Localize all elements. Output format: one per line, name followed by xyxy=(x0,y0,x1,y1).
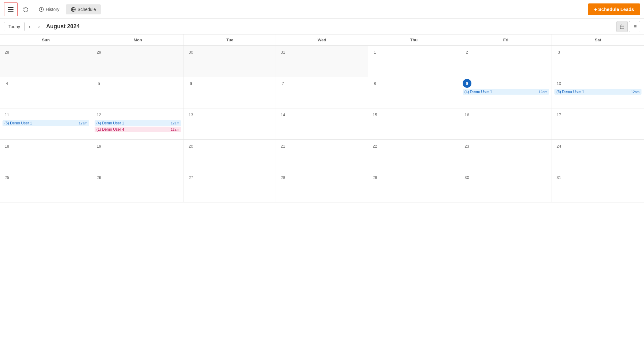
menu-icon xyxy=(8,7,13,12)
day-number: 17 xyxy=(554,110,563,119)
day-number: 16 xyxy=(463,110,471,119)
calendar-cell[interactable]: 8 xyxy=(368,77,460,108)
calendar-cell[interactable]: 2 xyxy=(460,46,552,77)
day-number: 30 xyxy=(463,173,471,182)
calendar-cell[interactable]: 27 xyxy=(184,171,276,202)
calendar-cell[interactable]: 18 xyxy=(0,140,92,171)
calendar-cell[interactable]: 4 xyxy=(0,77,92,108)
calendar-cell[interactable]: 21 xyxy=(276,140,368,171)
day-number: 19 xyxy=(95,142,103,150)
day-number: 11 xyxy=(3,110,11,119)
refresh-button[interactable] xyxy=(20,4,31,15)
calendar-cell[interactable]: 6 xyxy=(184,77,276,108)
calendar-cell[interactable]: 17 xyxy=(552,108,644,140)
calendar-cell[interactable]: 3 xyxy=(552,46,644,77)
month-title: August 2024 xyxy=(46,23,80,30)
calendar-event[interactable]: (1) Demo User 412am xyxy=(95,127,181,132)
calendar-event[interactable]: (6) Demo User 112am xyxy=(554,89,641,95)
calendar-cell[interactable]: 30 xyxy=(184,46,276,77)
day-header-wed: Wed xyxy=(276,34,368,45)
prev-month-button[interactable]: ‹ xyxy=(25,22,34,31)
calendar-cell[interactable]: 28 xyxy=(0,46,92,77)
calendar-cell[interactable]: 31 xyxy=(552,171,644,202)
calendar-cell[interactable]: 13 xyxy=(184,108,276,140)
day-header-thu: Thu xyxy=(368,34,460,45)
chevron-right-icon: › xyxy=(38,24,40,29)
day-number: 30 xyxy=(186,48,195,56)
day-number: 28 xyxy=(3,48,11,56)
day-number: 10 xyxy=(554,79,563,88)
day-headers: SunMonTueWedThuFriSat xyxy=(0,34,644,46)
calendar-event[interactable]: (4) Demo User 112am xyxy=(463,89,549,95)
event-time: 12am xyxy=(171,121,179,125)
calendar-grid: 28293031123456789(4) Demo User 112am10(6… xyxy=(0,46,644,202)
day-number: 21 xyxy=(278,142,287,150)
calendar-cell[interactable]: 23 xyxy=(460,140,552,171)
calendar-cell[interactable]: 5 xyxy=(92,77,184,108)
schedule-leads-button[interactable]: + Schedule Leads xyxy=(588,3,640,15)
calendar-event[interactable]: (5) Demo User 112am xyxy=(3,120,89,126)
day-number: 1 xyxy=(371,48,379,56)
calendar-view-button[interactable] xyxy=(616,21,628,32)
nav-tabs: History Schedule xyxy=(34,4,101,14)
chevron-left-icon: ‹ xyxy=(29,24,30,29)
calendar-cell[interactable]: 28 xyxy=(276,171,368,202)
calendar-cell[interactable]: 9(4) Demo User 112am xyxy=(460,77,552,108)
calendar-cell[interactable]: 19 xyxy=(92,140,184,171)
day-header-fri: Fri xyxy=(460,34,552,45)
calendar-cell[interactable]: 16 xyxy=(460,108,552,140)
day-number: 23 xyxy=(463,142,471,150)
day-header-sat: Sat xyxy=(552,34,644,45)
calendar-cell[interactable]: 14 xyxy=(276,108,368,140)
day-number: 5 xyxy=(95,79,103,88)
day-number: 25 xyxy=(3,173,11,182)
refresh-icon xyxy=(23,7,29,12)
calendar-cell[interactable]: 1 xyxy=(368,46,460,77)
calendar-cell[interactable]: 25 xyxy=(0,171,92,202)
calendar-cell[interactable]: 7 xyxy=(276,77,368,108)
day-header-sun: Sun xyxy=(0,34,92,45)
calendar-cell[interactable]: 20 xyxy=(184,140,276,171)
calendar-cell[interactable]: 24 xyxy=(552,140,644,171)
calendar-icon xyxy=(620,24,625,29)
calendar-cell[interactable]: 26 xyxy=(92,171,184,202)
day-number: 29 xyxy=(95,48,103,56)
calendar-cell[interactable]: 12(4) Demo User 112am(1) Demo User 412am xyxy=(92,108,184,140)
day-number: 18 xyxy=(3,142,11,150)
toolbar: History Schedule + Schedule Leads xyxy=(0,0,644,19)
day-number: 28 xyxy=(278,173,287,182)
next-month-button[interactable]: › xyxy=(34,22,44,31)
event-time: 12am xyxy=(539,90,548,94)
event-time: 12am xyxy=(631,90,640,94)
calendar-cell[interactable]: 31 xyxy=(276,46,368,77)
schedule-icon xyxy=(71,7,76,12)
history-icon xyxy=(39,7,44,12)
day-number: 31 xyxy=(554,173,563,182)
tab-history[interactable]: History xyxy=(34,4,65,14)
day-number: 3 xyxy=(554,48,563,56)
nav-bar: Today ‹ › August 2024 xyxy=(0,19,644,34)
list-icon xyxy=(632,24,637,29)
calendar-cell[interactable]: 11(5) Demo User 112am xyxy=(0,108,92,140)
calendar-cell[interactable]: 29 xyxy=(368,171,460,202)
event-label: (4) Demo User 1 xyxy=(96,121,124,125)
day-number: 7 xyxy=(278,79,287,88)
tab-schedule[interactable]: Schedule xyxy=(66,4,101,14)
calendar-cell[interactable]: 22 xyxy=(368,140,460,171)
menu-button[interactable] xyxy=(4,3,18,16)
list-view-button[interactable] xyxy=(629,21,640,32)
day-number: 29 xyxy=(371,173,379,182)
today-button[interactable]: Today xyxy=(4,22,25,31)
view-toggle xyxy=(616,21,640,32)
calendar-cell[interactable]: 10(6) Demo User 112am xyxy=(552,77,644,108)
calendar-cell[interactable]: 30 xyxy=(460,171,552,202)
event-time: 12am xyxy=(79,121,87,125)
calendar-cell[interactable]: 29 xyxy=(92,46,184,77)
event-label: (5) Demo User 1 xyxy=(4,121,32,125)
day-number: 13 xyxy=(186,110,195,119)
calendar-event[interactable]: (4) Demo User 112am xyxy=(95,120,181,126)
calendar-cell[interactable]: 15 xyxy=(368,108,460,140)
day-number: 26 xyxy=(95,173,103,182)
day-number: 22 xyxy=(371,142,379,150)
event-time: 12am xyxy=(171,128,179,131)
